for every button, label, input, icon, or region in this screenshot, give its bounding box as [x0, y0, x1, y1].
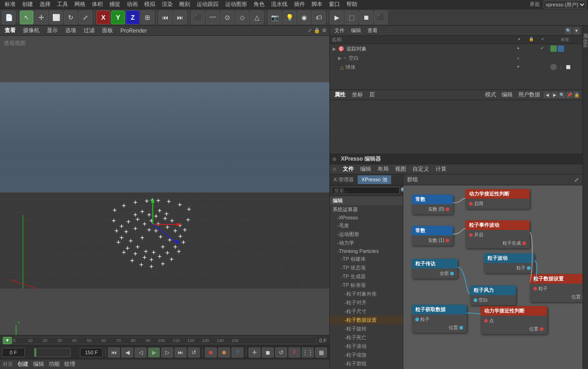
3d-viewport[interactable]: 透视视图 [0, 36, 329, 335]
frame-start-input[interactable] [2, 348, 25, 357]
props-back[interactable]: ◀ [544, 92, 550, 98]
xp-thinking-particles[interactable]: -Thinking Particles [330, 247, 403, 255]
xp-tp-standard[interactable]: -TP 标准项 [330, 281, 403, 290]
null-vis[interactable]: ● [514, 56, 522, 61]
pb-goto-start[interactable]: ⏮ [108, 347, 120, 358]
menu-插件[interactable]: 插件 [291, 0, 308, 9]
vp-tab-options[interactable]: 选项 [63, 26, 78, 35]
xp-tab-pool[interactable]: XPresso 池 [358, 175, 391, 184]
track-lock[interactable] [526, 45, 534, 52]
xp-particle-size[interactable]: -粒子尺寸 [330, 307, 403, 316]
vp-icon-settings[interactable]: ⚙ [322, 28, 327, 34]
xpresso-menu-edit[interactable]: 编辑 [358, 164, 373, 174]
tb-render[interactable]: ▶ [330, 11, 344, 24]
xpresso-menu-file[interactable]: 文件 [341, 164, 356, 174]
xpresso-menu-view[interactable]: 视图 [393, 164, 408, 174]
tb-x-axis[interactable]: X [96, 11, 110, 24]
node-particle-wave[interactable]: 粒子事件波动 开启 粒子生成 [465, 220, 530, 248]
xp-tp-create[interactable]: -TP 创建体 [330, 255, 403, 263]
node-const2[interactable]: 常数 实数 (1) [412, 226, 453, 246]
tb-new[interactable]: 📄 [2, 11, 16, 24]
props-tab-edit2[interactable]: 编辑 [500, 90, 514, 100]
menu-流水线[interactable]: 流水线 [268, 0, 290, 9]
xpresso-menu-calc[interactable]: 计算 [434, 164, 448, 174]
pb-key2[interactable]: ◼ [262, 347, 274, 358]
pb-step-back[interactable]: ◀ [121, 347, 133, 358]
xp-mograph[interactable]: -运动图形 [330, 230, 403, 239]
xp-particle-roll[interactable]: -粒子滚动 [330, 342, 403, 351]
tb-cube[interactable]: ⬛ [191, 11, 205, 24]
vp-tab-display[interactable]: 显示 [45, 26, 60, 35]
node-particle-pass[interactable]: 粒子传达 全部 [412, 259, 458, 279]
tb-tag[interactable]: 🏷 [312, 11, 326, 24]
tb-light[interactable]: 💡 [283, 11, 296, 24]
menu-创建[interactable]: 创建 [19, 0, 36, 9]
menu-角色[interactable]: 角色 [251, 0, 267, 9]
vp-tab-view[interactable]: 查看 [3, 26, 17, 35]
null-lock[interactable] [526, 56, 534, 61]
node-const1[interactable]: 常数 实数 (0) [412, 195, 453, 214]
props-lock2[interactable]: 🔒 [573, 92, 580, 98]
scene-view[interactable]: 查看 [366, 27, 379, 34]
tb-transform[interactable]: ⤢ [79, 11, 92, 24]
tb-nurbs[interactable]: ⊙ [220, 11, 234, 24]
tb-render-vp[interactable]: ⬛ [374, 11, 388, 24]
menu-选择[interactable]: 选择 [37, 0, 53, 9]
tb-move-tool[interactable]: ✛ [34, 11, 48, 24]
pb-record[interactable]: ⏺ [205, 347, 217, 358]
xp-particle-die[interactable]: -粒子死亡 [330, 333, 403, 342]
tb-env[interactable]: △ [250, 11, 264, 24]
xpresso-menu-grip[interactable] [333, 168, 336, 171]
vp-icon-resize[interactable]: ⤢ [308, 28, 312, 34]
pb-step-forward[interactable]: ▷ [161, 347, 173, 358]
xp-hair[interactable]: -毛发 [330, 221, 403, 230]
props-tab-mode[interactable]: 模式 [483, 90, 498, 100]
props-pin[interactable]: 📌 [566, 92, 572, 98]
vtab-attr[interactable]: 属 [581, 28, 588, 31]
pb-play[interactable]: ▶ [148, 347, 160, 358]
menu-渲染[interactable]: 渲染 [159, 0, 175, 9]
node-dyn2[interactable]: 动力学接近性判断 点 位置 [481, 306, 547, 334]
layout-select[interactable]: xpresso (用户) [543, 0, 586, 9]
pb-key3[interactable]: ↺ [275, 347, 287, 358]
node-dyn1[interactable]: 动力学接近性判断 启用 [465, 189, 530, 209]
vtab-coord[interactable]: 坐 [581, 32, 588, 36]
menu-标准[interactable]: 标准 [2, 0, 18, 9]
menu-运动跟踪[interactable]: 运动跟踪 [194, 0, 221, 9]
xp-particle-scale[interactable]: -粒子缩放 [330, 351, 403, 359]
tb-camera[interactable]: 📷 [268, 11, 282, 24]
null-render[interactable] [538, 56, 546, 61]
sphere-lock[interactable] [526, 64, 534, 70]
tb-scale-tool[interactable]: ⬜ [49, 11, 63, 24]
node-particle-wind[interactable]: 粒子风力 空白 [470, 285, 516, 305]
pb-motion[interactable]: P [288, 347, 300, 358]
vp-icon-lock[interactable]: 🔒 [314, 28, 320, 34]
xp-tab-manager[interactable]: X-管理器 [330, 175, 358, 184]
mat-tab-texture[interactable]: 纹理 [64, 360, 75, 368]
tb-curve[interactable]: 〰 [206, 11, 220, 24]
node-particle-wave2[interactable]: 粒子波动 粒子 [484, 253, 534, 273]
tb-timeline-end[interactable]: ⏭ [173, 11, 187, 24]
sphere-vis[interactable]: ● [514, 64, 522, 70]
menu-窗口[interactable]: 窗口 [326, 0, 343, 9]
xp-particle-shape[interactable]: -粒子对象外形 [330, 290, 403, 298]
timeline-scrub[interactable] [34, 348, 71, 357]
pb-add-key[interactable]: ✛ [249, 347, 260, 358]
xp-sys-ops[interactable]: 系统运算器 [330, 205, 403, 214]
node-particle-get[interactable]: 粒子获取数据 粒子 位置 [412, 305, 467, 333]
vp-tab-filter[interactable]: 过滤 [82, 26, 96, 35]
pb-loop[interactable]: ↺ [188, 347, 200, 358]
menu-体积[interactable]: 体积 [89, 0, 106, 9]
pb-help[interactable]: ? [232, 347, 243, 358]
xpresso-menu-custom[interactable]: 自定义 [411, 164, 431, 174]
pb-record-all[interactable]: ⏺ [218, 347, 230, 358]
track-render[interactable]: ✔ [538, 45, 546, 52]
mat-tab-func[interactable]: 功能 [49, 360, 60, 368]
xpresso-grip[interactable] [333, 157, 336, 161]
tb-select-tool[interactable]: ↖ [20, 11, 34, 24]
xpresso-node-editor[interactable]: 群组 ⤢ [403, 174, 582, 369]
props-tab-layers[interactable]: 层 [368, 90, 377, 100]
pb-play-back[interactable]: ◁ [135, 347, 147, 358]
tb-render-region[interactable]: ⬚ [345, 11, 358, 24]
pb-timeline-toggle[interactable]: ▦ [315, 347, 327, 358]
